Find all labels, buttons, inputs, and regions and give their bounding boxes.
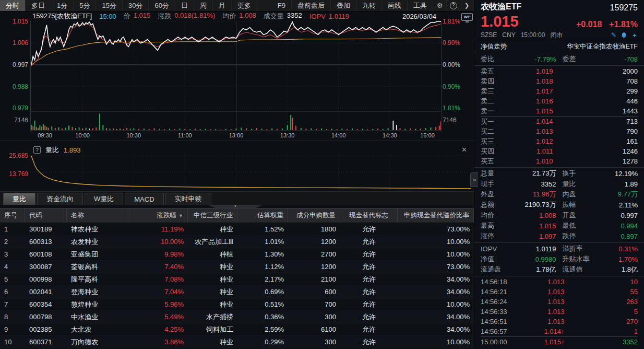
column-header-涨跌幅[interactable]: 涨跌幅▼ [129,208,188,223]
level-quantity: 1278 [571,157,638,165]
quote-timestamp: 15:00:00 [521,31,545,39]
cell: 10.00% [398,338,474,346]
volume-value: 3352 [287,11,302,21]
timeframe-tab-60分[interactable]: 60分 [149,0,175,11]
timeframe-tab-日[interactable]: 日 [175,0,194,11]
stat-value-总量: 21.73万 [511,169,556,178]
table-row-登海种业[interactable]: 6002041登海种业7.04%种业0.69%600允许34.00% [0,286,474,298]
left-axis-tick: 0.997 [0,61,28,68]
level-label: 买一 [481,117,504,126]
indicator-tab-MACD[interactable]: MACD [125,193,163,205]
timeframe-tab-30分[interactable]: 30分 [123,0,149,11]
level-price: 1.017 [504,87,571,95]
table-row-大北农[interactable]: 9002385大北农4.25%饲料加工2.59%6100允许34.00% [0,323,474,336]
toolbar-item-盘前盘后[interactable]: 盘前盘后 [292,0,331,11]
book-level-卖二[interactable]: 卖二1.016446 [481,96,638,106]
book-level-买五[interactable]: 买五1.0101278 [481,156,638,166]
settings-gear-icon[interactable]: ⚙ [433,0,447,11]
book-level-卖三[interactable]: 卖三1.017299 [481,86,638,96]
table-row-神农种业[interactable]: 1300189神农种业11.19%种业1.52%1800允许73.00% [0,223,474,236]
cell: 8 [0,313,25,321]
cell: 饲料加工 [188,325,237,334]
book-level-买一[interactable]: 买一1.014713 [481,117,638,126]
table-row-隆平高科[interactable]: 5000998隆平高科7.08%种业2.17%2100允许34.00% [0,273,474,286]
cell: 允许 [340,275,398,284]
nav-trend-label[interactable]: 净值走势 [481,42,507,51]
toolbar-item-画线[interactable]: 画线 [382,0,408,11]
book-level-买二[interactable]: 买二1.013790 [481,126,638,136]
help-icon[interactable]: ? [447,0,460,11]
indicator-panel[interactable]: ? 量比 1.893 ✕ 25.68513.769 [0,141,474,191]
table-row-敦煌种业[interactable]: 7600354敦煌种业5.96%种业0.51%700允许10.00% [0,298,474,311]
weicha-label: 委差 [556,54,593,64]
stat-row: 总量21.73万换手12.19% [481,168,638,179]
stat-value-IOPV: 1.0119 [511,245,556,253]
book-level-买四[interactable]: 买四1.0111246 [481,146,638,156]
tick-time: 14:56:18 [481,278,520,286]
cell: 600 [288,288,340,296]
intraday-chart[interactable]: 1.0151.0060.9970.9880.9791.81%0.90%0.00%… [0,21,474,132]
table-row-中水渔业[interactable]: 8000798中水渔业5.49%水产捕捞0.36%300允许34.00% [0,311,474,323]
time-tick-13:30: 13:30 [280,132,295,138]
timeframe-tab-1分[interactable]: 1分 [51,0,74,11]
column-header-成分申购数量[interactable]: 成分申购数量 [288,208,340,223]
timeframe-tab-更多[interactable]: 更多 [232,0,257,11]
stat-label-涨停: 涨停 [481,231,511,241]
cell: 7 [0,300,25,308]
time-and-sales[interactable]: 14:56:181.0131014:56:211.0135514:56:241.… [481,277,638,346]
indicator-tab-量比[interactable]: 量比 [3,193,35,205]
column-header-现金替代标志[interactable]: 现金替代标志 [340,208,398,223]
volume-axis-left: 7146 [0,117,28,124]
cell: 允许 [340,225,398,234]
timeframe-tab-5分[interactable]: 5分 [74,0,96,11]
column-header-申购现金替代溢价比率[interactable]: 申购现金替代溢价比率 [398,208,474,223]
toolbar-item-工具[interactable]: 工具 [408,0,433,11]
toolbar-spacer [257,0,272,11]
cell: 0.29% [237,338,288,346]
edit-pencil-icon[interactable]: ✎ [611,31,616,39]
timeframe-tab-周[interactable]: 周 [194,0,213,11]
book-level-卖一[interactable]: 卖一1.0151443 [481,106,638,116]
book-level-卖四[interactable]: 卖四1.018708 [481,76,638,86]
tick-price: 1.013 [520,288,579,296]
toolbar-item-F9[interactable]: F9 [272,0,292,11]
book-level-卖五[interactable]: 卖五1.0192000 [481,66,638,76]
tick-quantity: 10 [579,278,638,286]
table-row-万向德农[interactable]: 10600371万向德农3.86%种业0.29%300允许10.00% [0,336,474,348]
table-row-农发种业[interactable]: 2600313农发种业10.00%农产品加工Ⅲ1.01%1200允许10.00% [0,236,474,248]
table-row-亚盛集团[interactable]: 3600108亚盛集团9.98%种植1.30%2700允许10.00% [0,248,474,261]
column-header-代码[interactable]: 代码 [25,208,67,223]
panel-expander-handle[interactable]: » [470,172,478,187]
right-axis-tick: 0.90% [443,83,473,90]
price-label: 价 [124,11,130,21]
column-header-名称[interactable]: 名称 [67,208,129,223]
toolbar-more-chevron-icon[interactable]: ❯ [460,0,474,11]
book-level-买三[interactable]: 买三1.012161 [481,136,638,146]
timeframe-tab-多日[interactable]: 多日 [26,0,51,11]
column-header-中信三级行业[interactable]: 中信三级行业 [188,208,237,223]
cell: 种业 [188,338,237,347]
cell: 允许 [340,325,398,334]
toolbar-item-叠加[interactable]: 叠加 [331,0,356,11]
column-header-序号[interactable]: 序号 [0,208,25,223]
right-axis-tick: 0.90% [443,39,473,46]
time-tick-10:00: 10:00 [75,132,90,138]
cell: 2100 [288,275,340,283]
timeframe-tab-15分[interactable]: 15分 [96,0,122,11]
toolbar-item-九转[interactable]: 九转 [356,0,382,11]
add-plus-icon[interactable]: ＋ [631,31,638,40]
timeframe-tab-月[interactable]: 月 [213,0,232,11]
tick-time: 14:56:33 [481,308,520,316]
indicator-tab-W量比[interactable]: W量比 [85,193,123,205]
cell: 允许 [340,237,398,247]
level-price: 1.012 [504,137,571,145]
level-label: 卖五 [481,67,504,76]
indicator-tab-实时申赎[interactable]: 实时申赎 [165,193,211,205]
column-header-估算权重[interactable]: 估算权重 [237,208,288,223]
alert-bell-icon[interactable] [621,32,627,39]
stat-row: 流通盘1.78亿流通值1.8亿 [481,264,638,275]
table-row-荃银高科[interactable]: 4300087荃银高科7.40%种业1.12%1200允许73.00% [0,261,474,273]
indicator-tab-资金流向[interactable]: 资金流向 [37,193,83,205]
timeframe-tab-分时[interactable]: 分时 [0,0,26,11]
indicator-chart-canvas [30,152,472,191]
